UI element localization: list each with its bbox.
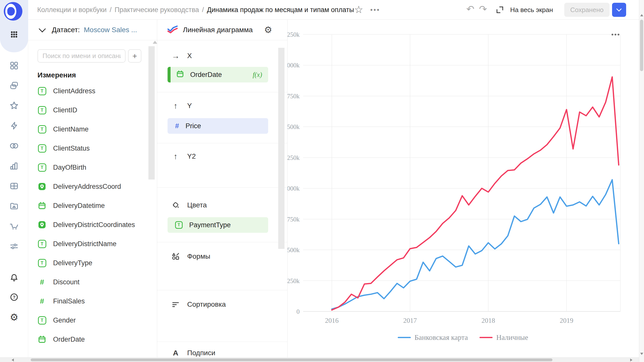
scroll-left-arrow[interactable]: [12, 358, 14, 361]
field-item-dayofbirth[interactable]: TDayOfBirth: [28, 158, 157, 177]
field-item-gender[interactable]: TGender: [28, 311, 157, 330]
add-field-button[interactable]: +: [128, 49, 141, 63]
field-name: DeliveryType: [53, 259, 92, 267]
series-line[interactable]: [332, 77, 619, 310]
text-field-icon: T: [37, 144, 47, 153]
lightning-icon[interactable]: [0, 120, 28, 131]
scroll-up-arrow[interactable]: [640, 14, 643, 16]
breadcrumb-item[interactable]: Коллекции и воркбуки: [37, 6, 107, 14]
x-axis-tick: 2019: [560, 317, 573, 324]
x-axis-tick: 2016: [325, 317, 339, 324]
field-chip-price[interactable]: # Price: [168, 118, 268, 134]
page-vertical-scrollbar[interactable]: [639, 0, 644, 362]
calendar-icon: [37, 335, 47, 344]
chart-type-label: Линейная диаграмма: [183, 26, 264, 34]
breadcrumb-separator: /: [110, 6, 112, 14]
favorite-star-icon[interactable]: ☆: [354, 4, 363, 16]
folder-image-icon[interactable]: [0, 201, 28, 212]
field-search-input[interactable]: [37, 49, 126, 63]
text-field-icon: T: [175, 221, 183, 229]
sliders-icon[interactable]: [0, 241, 28, 252]
dataset-label: Датасет:: [52, 26, 80, 34]
layers-icon[interactable]: [0, 80, 28, 91]
redo-icon[interactable]: ↷: [479, 4, 487, 15]
calendar-icon: [37, 201, 47, 210]
undo-icon[interactable]: ↶: [466, 4, 474, 15]
field-item-finalsales[interactable]: #FinalSales: [28, 292, 157, 311]
y-axis-tick: 1 750k: [288, 93, 300, 100]
number-field-icon: #: [37, 278, 47, 286]
x-axis-tick: 2017: [403, 317, 417, 324]
widgets-icon[interactable]: [0, 60, 28, 71]
settings-icon[interactable]: ⚙: [0, 312, 28, 323]
field-item-clientstatus[interactable]: TClientStatus: [28, 139, 157, 158]
apps-grid-icon[interactable]: [0, 29, 28, 40]
field-name: DeliveryDistrictCoordinates: [53, 221, 135, 229]
arrow-up-icon: ↑: [171, 152, 180, 161]
field-item-clientaddress[interactable]: TClientAddress: [28, 81, 157, 101]
section-colors-label: Цвета: [187, 201, 207, 209]
letter-a-icon: А: [171, 349, 180, 357]
save-dropdown-button[interactable]: [612, 3, 626, 17]
x-axis-tick: 2018: [481, 317, 495, 324]
section-shapes: Формы: [157, 242, 287, 290]
geo-field-icon: [37, 220, 47, 229]
star-icon[interactable]: [0, 100, 28, 111]
scroll-up-arrow[interactable]: [153, 41, 157, 44]
table-icon[interactable]: [0, 180, 28, 192]
field-item-deliverydistrictname[interactable]: TDeliveryDistrictName: [28, 234, 157, 253]
more-actions-icon[interactable]: •••: [370, 6, 380, 14]
legend-swatch: [479, 337, 493, 338]
arrow-right-icon: →: [171, 51, 180, 61]
field-item-clientname[interactable]: TClientName: [28, 120, 157, 139]
vertical-scroll-thumb[interactable]: [640, 20, 643, 71]
bar-chart-icon[interactable]: [0, 160, 28, 171]
field-item-clientid[interactable]: TClientID: [28, 101, 157, 120]
field-chip-paymenttype[interactable]: T PaymentType: [168, 217, 268, 233]
svg-text:?: ?: [13, 295, 16, 300]
field-chip-orderdate[interactable]: OrderDate f(x): [168, 67, 268, 82]
circles-icon[interactable]: [0, 140, 28, 151]
series-line[interactable]: [332, 180, 619, 309]
dataset-header[interactable]: Датасет: Moscow Sales ...: [28, 20, 157, 40]
field-name: ClientID: [53, 106, 77, 114]
scroll-down-arrow[interactable]: [640, 353, 643, 355]
legend-item[interactable]: Наличные: [479, 333, 528, 342]
cart-icon[interactable]: [0, 220, 28, 232]
gear-icon[interactable]: ⚙: [264, 25, 272, 35]
line-chart[interactable]: 0250k500k750k1 000k1 250k1 500k1 750k2 0…: [288, 20, 638, 362]
breadcrumb[interactable]: Коллекции и воркбуки/Практические руково…: [37, 0, 354, 20]
dataset-scrollbar[interactable]: [148, 46, 155, 179]
field-item-discount[interactable]: #Discount: [28, 273, 157, 292]
legend-label: Наличные: [496, 333, 528, 342]
chart-type-header[interactable]: Линейная диаграмма ⚙: [157, 20, 287, 40]
field-item-orderdate[interactable]: OrderDate: [28, 330, 157, 349]
text-field-icon: T: [37, 163, 47, 172]
y-axis-tick: 0: [297, 308, 300, 315]
y-axis-tick: 750k: [288, 216, 300, 223]
fullscreen-expand-icon[interactable]: [497, 7, 503, 13]
line-chart-icon: [167, 25, 178, 35]
datalens-logo[interactable]: [4, 2, 22, 21]
field-item-deliverydistrictcoordinates[interactable]: DeliveryDistrictCoordinates: [28, 215, 157, 234]
y-axis-tick: 250k: [288, 278, 300, 284]
horizontal-scroll-thumb[interactable]: [31, 358, 552, 361]
chart-menu-icon[interactable]: [612, 34, 619, 35]
field-item-deliverydatetime[interactable]: DeliveryDatetime: [28, 196, 157, 215]
page-horizontal-scrollbar[interactable]: [0, 357, 639, 362]
section-labels-label: Подписи: [187, 349, 215, 357]
saved-button[interactable]: Сохранено: [564, 3, 610, 17]
config-scrollbar[interactable]: [278, 48, 285, 249]
top-bar: Коллекции и воркбуки/Практические руково…: [28, 0, 639, 20]
field-item-deliverytype[interactable]: TDeliveryType: [28, 253, 157, 273]
formula-badge[interactable]: f(x): [253, 71, 262, 79]
legend-item[interactable]: Банковская карта: [398, 333, 468, 342]
bell-icon[interactable]: [0, 272, 28, 283]
help-icon[interactable]: ?: [0, 292, 28, 303]
breadcrumb-item[interactable]: Практические руководства: [114, 6, 199, 14]
scroll-right-arrow[interactable]: [630, 358, 632, 361]
dataset-name-link[interactable]: Moscow Sales ...: [84, 26, 137, 34]
fullscreen-label[interactable]: На весь экран: [510, 0, 553, 20]
y-axis-tick: 1 250k: [288, 154, 300, 161]
field-item-deliveryaddresscoord[interactable]: DeliveryAddressCoord: [28, 177, 157, 196]
